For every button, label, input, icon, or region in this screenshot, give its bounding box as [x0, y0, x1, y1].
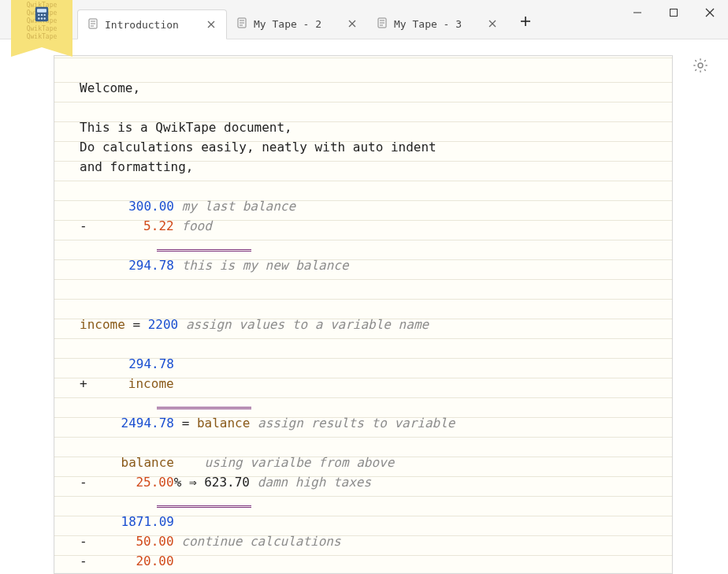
- svg-point-8: [43, 14, 45, 16]
- tab-my-tape-2[interactable]: My Tape - 2: [227, 9, 367, 39]
- minimize-button[interactable]: [619, 0, 656, 25]
- variable: balance: [121, 455, 174, 470]
- number: 25.00: [136, 475, 173, 490]
- inline-comment: my last balance: [182, 199, 296, 214]
- inline-comment: damn high taxes: [258, 475, 372, 490]
- gear-icon[interactable]: [692, 57, 709, 74]
- number: 300.00: [128, 199, 174, 214]
- tab-close-icon[interactable]: [204, 17, 218, 32]
- operator: -: [80, 534, 87, 549]
- document-icon: [236, 17, 247, 31]
- content-wrapper: Welcome, This is a QwikTape document, Do…: [0, 39, 728, 574]
- result-divider: [157, 236, 251, 252]
- close-button[interactable]: [692, 0, 728, 25]
- inline-comment: using varialbe from above: [205, 455, 395, 470]
- result-divider: [157, 393, 251, 409]
- arrow-icon: ⇒: [189, 475, 197, 490]
- tab-label: Introduction: [105, 19, 184, 31]
- tabs: Introduction My Tape - 2 My Tape - 3: [77, 5, 539, 39]
- computed-value: 623.70: [204, 475, 250, 490]
- inline-comment: assign values to a variable name: [186, 317, 429, 332]
- text-line: Do calculations easily, neatly with auto…: [80, 140, 436, 155]
- new-tab-button[interactable]: [512, 8, 539, 35]
- result-divider: [157, 492, 251, 508]
- variable: balance: [197, 416, 250, 430]
- number: 2200: [148, 317, 179, 332]
- svg-point-32: [698, 63, 703, 68]
- variable: income: [80, 317, 125, 332]
- result-number: 2494.78: [121, 416, 174, 430]
- equals: =: [132, 317, 140, 332]
- svg-rect-1: [670, 9, 678, 17]
- result-number: 294.78: [128, 258, 174, 273]
- inline-comment: assign results to variable: [258, 416, 455, 430]
- logo-ribbon: QwikTape QwikTape QwikTape QwikTape Qwik…: [11, 0, 72, 47]
- tab-label: My Tape - 3: [394, 18, 465, 30]
- document-icon: [377, 17, 388, 31]
- svg-point-11: [43, 17, 45, 19]
- svg-point-6: [38, 14, 39, 16]
- variable: income: [128, 376, 174, 391]
- svg-point-9: [38, 17, 39, 19]
- number: 50.00: [136, 534, 173, 549]
- operator: -: [80, 475, 87, 490]
- tab-introduction[interactable]: Introduction: [77, 9, 227, 39]
- percent-sign: %: [174, 475, 182, 490]
- svg-point-7: [41, 14, 43, 16]
- editor-paper[interactable]: Welcome, This is a QwikTape document, Do…: [54, 55, 673, 574]
- number: 294.78: [128, 356, 174, 371]
- tab-close-icon[interactable]: [485, 17, 500, 31]
- svg-point-10: [41, 17, 43, 19]
- operator: +: [80, 376, 87, 391]
- maximize-button[interactable]: [656, 0, 692, 25]
- equals: =: [182, 416, 190, 430]
- window-controls: [619, 0, 728, 25]
- tab-close-icon[interactable]: [345, 17, 359, 31]
- text-line: This is a QwikTape document,: [80, 120, 292, 135]
- document-icon: [87, 18, 98, 32]
- inline-comment: food: [181, 218, 212, 233]
- calculator-icon: [32, 5, 51, 24]
- inline-comment: this is my new balance: [182, 258, 349, 273]
- text-line: and formatting,: [80, 159, 194, 174]
- inline-comment: continue calculations: [181, 534, 340, 549]
- operator: -: [80, 218, 87, 233]
- operator: -: [80, 554, 87, 568]
- number: 20.00: [136, 554, 173, 568]
- result-number: 1871.09: [121, 514, 174, 529]
- text-line: Welcome,: [80, 80, 140, 95]
- number: 5.22: [143, 218, 174, 233]
- tab-label: My Tape - 2: [254, 18, 325, 30]
- tab-my-tape-3[interactable]: My Tape - 3: [367, 9, 507, 39]
- svg-rect-5: [37, 9, 46, 13]
